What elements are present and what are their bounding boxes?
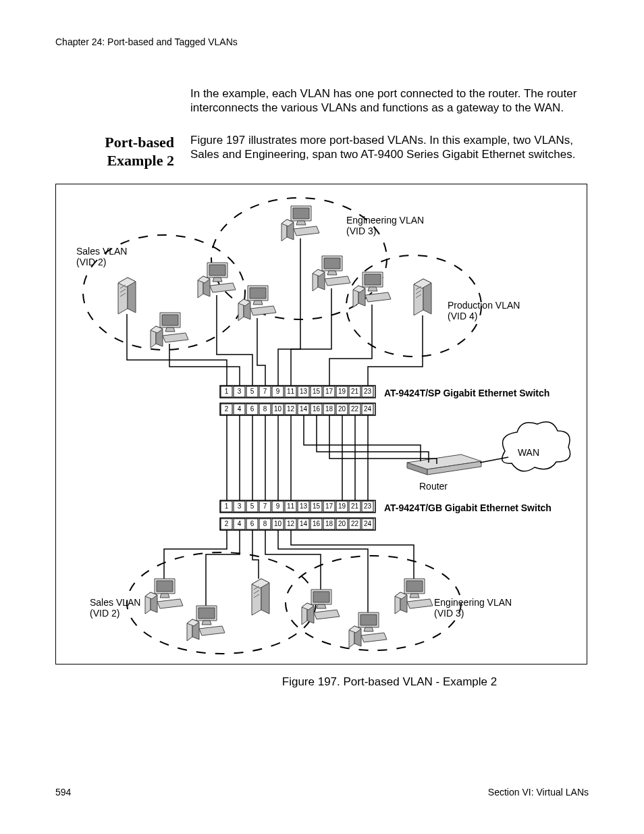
switch-port-number: 12 (287, 520, 295, 527)
switch-port-number: 20 (338, 520, 346, 527)
section-body: Figure 197 illustrates more port-based V… (190, 133, 589, 170)
switch-port-number: 13 (300, 388, 308, 395)
switch-port-number: 2 (225, 405, 229, 413)
switch-port-number: 24 (364, 405, 372, 413)
switch-port-number: 22 (351, 520, 359, 527)
switch-port-number: 17 (325, 388, 333, 395)
switch-port-number: 21 (351, 388, 359, 395)
computer-icon (281, 206, 319, 241)
switch-port-number: 23 (364, 388, 372, 395)
switch-port-number: 3 (238, 502, 242, 510)
router-links (304, 415, 437, 464)
switch-port-number: 9 (276, 502, 280, 510)
switch-port-number: 10 (274, 405, 282, 413)
switch-port-number: 2 (225, 520, 229, 527)
switch-port-number: 21 (351, 502, 359, 510)
bottom-links-group (164, 530, 414, 613)
server-icon (252, 579, 269, 615)
switch-port-number: 14 (300, 405, 308, 413)
production-vlan-id: (VID 4) (448, 311, 477, 321)
computer-icon (198, 263, 236, 298)
switch-port-number: 6 (250, 405, 254, 413)
switch-port-number: 7 (263, 388, 267, 395)
switch-1-block: 1357911131517192123 24681012141618202224 (220, 386, 375, 415)
switch-port-number: 12 (287, 405, 295, 413)
switch-port-number: 13 (300, 502, 308, 510)
page-footer: 594 Section VI: Virtual LANs (55, 787, 589, 798)
switch-port-number: 10 (274, 520, 282, 527)
sales-vlan-label-top: Sales VLAN (76, 246, 127, 257)
switch-port-number: 24 (364, 520, 372, 527)
computer-icon (302, 590, 340, 625)
sales-vlan-id-bottom: (VID 2) (90, 608, 119, 619)
inter-switch-links (227, 415, 368, 500)
page-number: 594 (55, 787, 71, 798)
computer-icon (151, 313, 188, 348)
switch-port-number: 1 (225, 502, 229, 510)
router-label: Router (419, 481, 448, 492)
section-heading: Port-based Example 2 (55, 133, 190, 170)
switch-port-number: 1 (225, 388, 229, 395)
switch-port-number: 5 (250, 388, 254, 395)
switch-port-number: 6 (250, 520, 254, 527)
heading-line-2: Example 2 (55, 151, 174, 170)
switch-port-number: 5 (250, 502, 254, 510)
computer-icon (238, 286, 276, 321)
switch-port-number: 22 (351, 405, 359, 413)
network-diagram: Sales VLAN (VID 2) Engineering VLAN (VID… (56, 184, 587, 664)
heading-line-1: Port-based (105, 134, 174, 151)
switch-port-number: 16 (313, 520, 321, 527)
switch-port-number: 4 (238, 405, 242, 413)
switch-port-number: 18 (325, 520, 333, 527)
intro-paragraph: In the example, each VLAN has one port c… (190, 86, 589, 115)
engineering-vlan-label-top: Engineering VLAN (346, 215, 424, 226)
engineering-vlan-id-bottom: (VID 3) (434, 608, 464, 619)
computer-icon (313, 256, 350, 291)
document-page: Chapter 24: Port-based and Tagged VLANs … (0, 0, 644, 834)
switch-port-number: 8 (263, 520, 267, 527)
switch-port-number: 8 (263, 405, 267, 413)
computer-icon (353, 272, 391, 307)
sales-vlan-id-top: (VID 2) (76, 257, 106, 267)
wan-label: WAN (518, 447, 539, 458)
chapter-line: Chapter 24: Port-based and Tagged VLANs (55, 36, 589, 47)
server-icon (414, 279, 431, 315)
switch-port-number: 19 (338, 502, 346, 510)
switch-port-number: 15 (313, 502, 321, 510)
computer-icon (187, 606, 225, 641)
switch-port-number: 14 (300, 520, 308, 527)
switch-port-number: 11 (287, 502, 295, 510)
switch-port-number: 3 (238, 388, 242, 395)
switch-port-number: 18 (325, 405, 333, 413)
sales-vlan-label-bottom: Sales VLAN (90, 597, 140, 608)
footer-section: Section VI: Virtual LANs (488, 787, 589, 798)
switch-port-number: 23 (364, 502, 372, 510)
computer-icon (395, 579, 433, 614)
switch-port-number: 9 (276, 388, 280, 395)
switch-port-number: 16 (313, 405, 321, 413)
switch-port-number: 4 (238, 520, 242, 527)
server-icon (118, 278, 136, 314)
production-vlan-label: Production VLAN (448, 300, 520, 311)
computer-icon (145, 579, 183, 614)
figure-caption: Figure 197. Port-based VLAN - Example 2 (190, 675, 589, 689)
switch-port-number: 15 (313, 388, 321, 395)
switch-1-label: AT-9424T/SP Gigabit Ethernet Switch (384, 388, 549, 398)
figure-container: Sales VLAN (VID 2) Engineering VLAN (VID… (55, 184, 587, 664)
switch-port-number: 20 (338, 405, 346, 413)
engineering-vlan-id-top: (VID 3) (346, 226, 376, 236)
switch-port-number: 19 (338, 388, 346, 395)
engineering-vlan-label-bottom: Engineering VLAN (434, 597, 512, 608)
switch-port-number: 7 (263, 502, 267, 510)
computer-icon (349, 613, 387, 648)
router-icon (407, 454, 481, 475)
switch-2-label: AT-9424T/GB Gigabit Ethernet Switch (384, 502, 552, 513)
switch-port-number: 17 (325, 502, 333, 510)
switch-2-block: 1357911131517192123 24681012141618202224 (220, 500, 375, 530)
switch-port-number: 11 (287, 388, 295, 395)
